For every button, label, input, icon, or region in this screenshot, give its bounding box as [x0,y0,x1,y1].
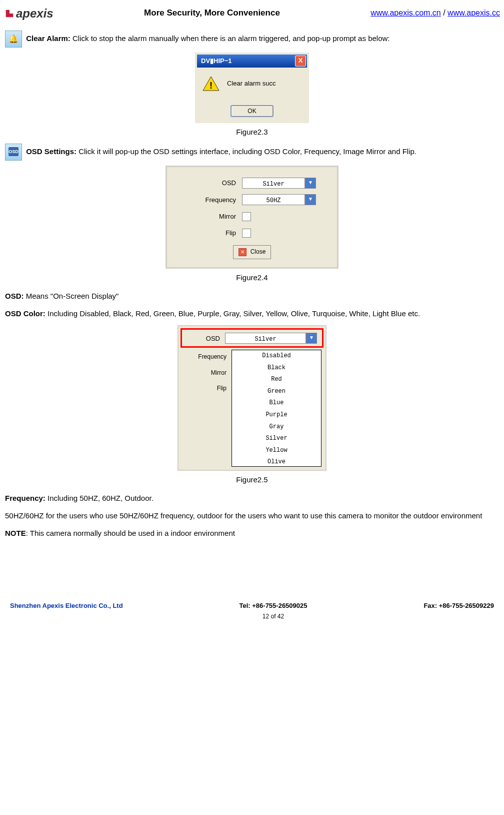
tagline: More Security, More Convenience [144,6,280,21]
figure-2-3: DV▮HIP~1 X ! Clear alarm succ OK Figure2… [5,53,499,139]
link-apexis-cc[interactable]: www.apexis.cc [448,9,500,17]
chevron-down-icon[interactable]: ▼ [305,178,316,189]
note-label: NOTE [5,529,26,537]
clear-alarm-label: Clear Alarm: [26,34,70,43]
footer-tel: Tel: +86-755-26509025 [240,600,308,611]
dialog-body: ! Clear alarm succ [197,68,307,100]
osd-color-text: Including Disabled, Black, Red, Green, B… [46,309,420,318]
close-button-label: Close [250,247,266,258]
dropdown-option[interactable]: Yellow [232,445,321,457]
footer-fax: Fax: +86-755-26509229 [424,600,494,622]
osd-color-label: OSD Color: [5,309,46,318]
page-number: 12 of 42 [240,611,308,622]
frequency-label: Frequency: [5,494,46,502]
page-footer: Shenzhen Apexis Electronic Co., Ltd Tel:… [0,600,504,622]
note-text: : This camera normally should be used in… [26,529,235,537]
frequency-combo[interactable]: 50HZ ▼ [242,194,316,205]
osd-field-label: OSD [192,333,225,344]
frequency-row: Frequency 50HZ ▼ [181,194,323,206]
figure-label-2-5: Figure2.5 [5,473,499,486]
clear-alarm-dialog: DV▮HIP~1 X ! Clear alarm succ OK [195,53,309,123]
figure-label-2-4: Figure2.4 [5,271,499,284]
osd-definition: OSD: Means "On-Screen Display" [5,289,499,303]
svg-text:!: ! [210,81,212,91]
footer-company: Shenzhen Apexis Electronic Co., Ltd [10,600,123,622]
osd-def-text: Means "On-Screen Display" [24,292,119,300]
dialog-message: Clear alarm succ [227,78,276,89]
dialog-titlebar: DV▮HIP~1 X [197,55,307,68]
warning-icon: ! [202,76,220,92]
figure-2-4: OSD Silver ▼ Frequency 50HZ ▼ Mirror [5,166,499,284]
osd-dropdown-dialog: OSD Silver ▼ Frequency Mirror Flip Disab… [178,325,326,471]
clear-alarm-section: Clear Alarm: Click to stop the alarm man… [5,31,499,48]
alarm-icon [5,31,22,48]
osd-settings-dialog: OSD Silver ▼ Frequency 50HZ ▼ Mirror [166,166,338,268]
osd-settings-desc: Click it will pop-up the OSD settings in… [76,147,416,156]
dropdown-option[interactable]: Silver [232,433,321,445]
clear-alarm-desc: Click to stop the alarm manually when th… [70,34,390,43]
dropdown-option[interactable]: Red [232,374,321,386]
mirror-field-label: Mirror [181,211,242,222]
mirror-row: Mirror [181,211,323,222]
frequency-label: Frequency [178,352,226,363]
logo-icon [4,8,15,19]
flip-field-label: Flip [181,227,242,239]
figure-2-5: OSD Silver ▼ Frequency Mirror Flip Disab… [5,325,499,486]
dialog3-side-labels: Frequency Mirror Flip [178,350,232,470]
osd-combo[interactable]: Silver ▼ [242,178,316,189]
dropdown-option[interactable]: Gray [232,421,321,433]
osd-combo-value: Silver [225,333,306,344]
dropdown-option[interactable]: Olive [232,456,321,467]
ok-button[interactable]: OK [231,106,273,117]
dropdown-option[interactable]: Blue [232,397,321,409]
flip-row: Flip [181,227,323,239]
osd-combo-value: Silver [242,178,305,189]
osd-color-description: OSD Color: Including Disabled, Black, Re… [5,307,499,320]
osd-row: OSD Silver ▼ [181,177,323,189]
dropdown-option[interactable]: Purple [232,409,321,421]
dropdown-option[interactable]: Disabled [232,350,321,362]
mirror-label: Mirror [178,368,226,379]
flip-label: Flip [178,383,226,394]
figure-label-2-3: Figure2.3 [5,125,499,139]
frequency-text: Including 50HZ, 60HZ, Outdoor. [46,494,154,502]
close-icon: ✕ [238,248,246,256]
chevron-down-icon[interactable]: ▼ [306,333,317,344]
mirror-checkbox[interactable] [242,212,251,221]
frequency-description: Frequency: Including 50HZ, 60HZ, Outdoor… [5,491,499,505]
frequency-field-label: Frequency [181,194,242,206]
frequency-combo-value: 50HZ [242,194,305,205]
note-line: NOTE: This camera normally should be use… [5,526,499,540]
osd-settings-label: OSD Settings: [26,147,76,156]
osd-def-label: OSD: [5,292,24,300]
osd-combo-expanded[interactable]: Silver ▼ [225,333,317,344]
header-links: www.apexis.com.cn / www.apexis.cc [370,6,500,21]
frequency-detail: 50HZ/60HZ for the users who use 50HZ/60H… [5,509,499,522]
dialog-footer: OK [197,100,307,121]
dropdown-option[interactable]: Green [232,386,321,398]
dialog-title: DV▮HIP~1 [198,55,232,67]
logo-text: apexis [16,3,54,24]
osd-field-label: OSD [181,177,242,189]
osd-settings-section: OSD OSD Settings: Click it will pop-up t… [5,144,499,161]
osd-highlighted-row: OSD Silver ▼ [180,328,324,348]
page-header: apexis More Security, More Convenience w… [0,0,504,27]
link-apexis-cn[interactable]: www.apexis.com.cn [370,9,441,17]
close-icon[interactable]: X [295,56,306,67]
logo: apexis [4,3,54,24]
flip-checkbox[interactable] [242,229,251,238]
osd-dropdown-list[interactable]: Disabled Black Red Green Blue Purple Gra… [232,350,322,467]
chevron-down-icon[interactable]: ▼ [305,194,316,205]
dropdown-option[interactable]: Black [232,362,321,374]
osd-icon: OSD [5,144,22,161]
close-button[interactable]: ✕ Close [233,245,272,259]
